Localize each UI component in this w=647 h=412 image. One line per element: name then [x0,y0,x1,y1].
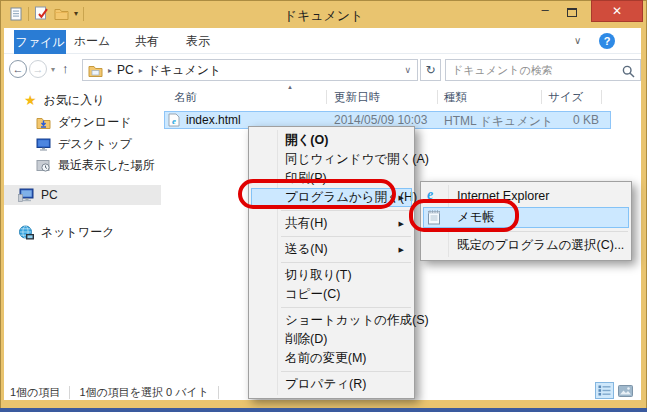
details-view-icon [598,385,611,396]
notepad-icon [427,209,441,232]
sidebar-item-favorites[interactable]: ★ お気に入り [24,91,104,109]
file-type: HTML ドキュメント [444,113,553,130]
menu-item-open-same-window[interactable]: 同じウィンドウで開く(A) [251,150,412,169]
menu-separator [281,236,411,237]
sidebar-item-desktop[interactable]: デスクトップ [36,135,132,153]
recent-places-icon [36,159,51,172]
maximize-icon [567,8,577,17]
file-modified: 2014/05/09 10:03 [334,113,427,127]
submenu-arrow-icon: ▶ [399,188,404,207]
file-size: 0 KB [573,113,599,127]
menu-separator [453,231,628,232]
status-selection: 1個の項目を選択 0 バイト [79,385,209,400]
search-icon [622,64,635,82]
open-with-submenu: e Internet Explorer メモ帳 既定のプログラムの選択(C)..… [420,181,632,261]
address-bar-row: ← → ▾ ↑ ▸ PC ▸ ドキュメント ∨ ↻ [4,54,641,85]
menu-separator [281,371,411,372]
menu-separator [281,210,411,211]
sidebar-downloads-label: ダウンロード [58,114,131,131]
sidebar-pc-label: PC [41,188,58,202]
menu-item-share[interactable]: 共有(H)▶ [251,214,412,233]
tab-file[interactable]: ファイル [14,30,66,54]
menu-item-open-with[interactable]: プログラムから開く(H)▶ [251,188,412,207]
sidebar-favorites-label: お気に入り [44,92,105,109]
downloads-folder-icon [36,116,51,129]
menu-separator [281,307,411,308]
column-header-size[interactable]: サイズ [548,90,583,105]
tab-share[interactable]: 共有 [121,28,173,54]
thumbnail-view-icon [618,385,633,397]
screen-edge-strip [0,408,647,412]
sidebar-item-recent-places[interactable]: 最近表示した場所 [36,156,155,174]
sidebar-item-pc[interactable]: PC [4,185,161,205]
desktop-monitor-icon [36,138,51,151]
maximize-button[interactable] [561,3,583,21]
minimize-button[interactable]: – [534,3,556,21]
breadcrumb-chevron-icon: ▸ [108,66,112,75]
menu-item-send-to[interactable]: 送る(N)▶ [251,240,412,259]
column-divider[interactable] [437,90,438,104]
menu-item-print[interactable]: 印刷(P) [251,169,412,188]
thumbnail-view-button[interactable] [616,382,635,399]
address-bar[interactable]: ▸ PC ▸ ドキュメント ∨ [82,59,418,81]
column-divider[interactable] [541,90,542,104]
forward-button[interactable]: → [29,60,47,78]
menu-item-create-shortcut[interactable]: ショートカットの作成(S) [251,311,412,330]
star-icon: ★ [24,93,37,107]
details-view-button[interactable] [595,382,614,399]
status-item-count: 1個の項目 [10,385,60,400]
breadcrumb-documents[interactable]: ドキュメント [148,62,222,79]
menu-item-copy[interactable]: コピー(C) [251,285,412,304]
help-button[interactable]: ? [599,33,615,49]
address-dropdown-chevron-icon[interactable]: ∨ [404,65,411,75]
title-bar: ▾ ドキュメント – ✕ [0,0,647,28]
submenu-item-internet-explorer[interactable]: e Internet Explorer [423,186,629,207]
refresh-button[interactable]: ↻ [420,59,441,81]
breadcrumb-chevron-icon: ▸ [139,66,143,75]
sidebar-item-network[interactable]: ネットワーク [18,223,114,241]
close-button[interactable]: ✕ [591,0,643,22]
html-file-icon: e [168,113,180,130]
sidebar-network-label: ネットワーク [41,224,114,241]
context-menu: 開く(O) 同じウィンドウで開く(A) 印刷(P) プログラムから開く(H)▶ … [248,126,415,399]
column-divider[interactable] [601,90,602,104]
recent-locations-dropdown[interactable]: ▾ [51,65,55,74]
search-box [445,59,641,81]
column-header-type[interactable]: 種類 [444,90,467,105]
menu-separator [281,262,411,263]
submenu-item-notepad[interactable]: メモ帳 [423,207,629,228]
column-header-modified[interactable]: 更新日時 [334,90,380,105]
status-divider [218,386,219,399]
file-name: index.html [186,113,241,127]
breadcrumb-pc[interactable]: PC [117,63,134,77]
tab-view[interactable]: 表示 [172,28,224,54]
tab-home[interactable]: ホーム [66,28,118,54]
sort-ascending-icon: ▲ [287,84,293,90]
sidebar-recent-label: 最近表示した場所 [58,157,155,174]
internet-explorer-icon: e [427,188,433,202]
menu-item-open[interactable]: 開く(O) [251,131,412,150]
menu-item-properties[interactable]: プロパティ(R) [251,375,412,394]
sidebar-desktop-label: デスクトップ [58,136,132,153]
column-header-name[interactable]: 名前 [174,90,197,105]
ribbon-tab-row: ファイル ホーム 共有 表示 ∨ ? [4,28,641,54]
network-globe-icon [18,225,34,240]
submenu-item-choose-default-program[interactable]: 既定のプログラムの選択(C)... [423,235,629,256]
menu-item-delete[interactable]: 削除(D) [251,330,412,349]
status-divider [69,386,70,399]
address-folder-icon [88,64,103,77]
pc-icon [18,188,34,202]
explorer-window: ▾ ドキュメント – ✕ ファイル ホーム 共有 表示 ∨ ? ← → ▾ ↑ … [0,0,647,412]
ribbon-expand-chevron-icon[interactable]: ∨ [574,35,581,46]
submenu-arrow-icon: ▶ [399,214,404,233]
menu-item-rename[interactable]: 名前の変更(M) [251,349,412,368]
search-input[interactable] [446,60,622,80]
menu-item-cut[interactable]: 切り取り(T) [251,266,412,285]
up-button[interactable]: ↑ [62,61,69,76]
back-button[interactable]: ← [9,60,27,78]
column-divider[interactable] [326,90,327,104]
sidebar-item-downloads[interactable]: ダウンロード [36,113,131,131]
svg-text:e: e [172,116,176,126]
submenu-arrow-icon: ▶ [399,240,404,259]
